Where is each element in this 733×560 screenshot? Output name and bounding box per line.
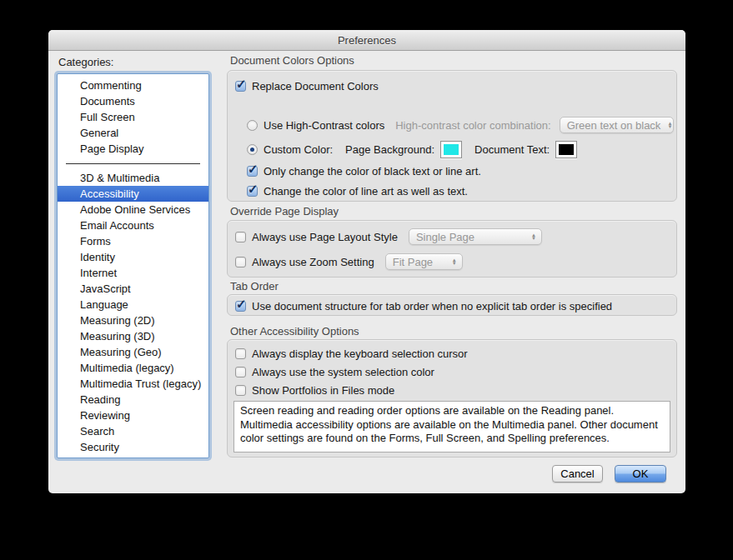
system-selection-checkbox[interactable]: [235, 367, 246, 378]
sidebar-item-search[interactable]: Search: [58, 423, 208, 439]
line-art-checkbox[interactable]: ✓: [247, 186, 258, 197]
combo-label: High-contrast color combination:: [395, 119, 550, 132]
sidebar-item-full-screen[interactable]: Full Screen: [58, 109, 208, 125]
sidebar-item-measuring-geo[interactable]: Measuring (Geo): [58, 344, 208, 360]
override-groupbox: Always use Page Layout Style Single Page…: [227, 220, 677, 278]
custom-color-radio[interactable]: [247, 144, 258, 155]
zoom-setting-dropdown[interactable]: Fit Page ▲▼: [385, 253, 463, 270]
ok-button[interactable]: OK: [615, 465, 666, 482]
page-layout-row: Always use Page Layout Style Single Page…: [235, 228, 542, 245]
document-text-label: Document Text:: [474, 143, 550, 156]
window-title: Preferences: [338, 34, 396, 47]
portfolios-row: Show Portfolios in Files mode: [235, 384, 394, 397]
system-selection-row: Always use the system selection color: [235, 366, 434, 378]
page-layout-label: Always use Page Layout Style: [252, 231, 398, 243]
check-icon: ✓: [236, 297, 247, 312]
zoom-setting-label: Always use Zoom Setting: [252, 256, 374, 268]
doc-colors-groupbox: ✓ Replace Document Colors Use High-Contr…: [227, 70, 677, 202]
sidebar-item-internet[interactable]: Internet: [58, 265, 208, 281]
check-icon: ✓: [248, 182, 259, 197]
only-black-label: Only change the color of black text or l…: [264, 165, 481, 178]
portfolios-label: Show Portfolios in Files mode: [252, 384, 394, 397]
ok-button-label: OK: [633, 468, 649, 480]
black-swatch: [559, 144, 574, 155]
sidebar-item-3d-multimedia[interactable]: 3D & Multimedia: [58, 170, 208, 186]
sidebar-item-measuring-2d[interactable]: Measuring (2D): [58, 312, 208, 328]
line-art-label: Change the color of line art as well as …: [264, 185, 468, 198]
custom-color-row: Custom Color: Page Background: Document …: [247, 141, 577, 158]
tab-order-checkbox[interactable]: ✓: [235, 301, 246, 312]
tab-order-label: Use document structure for tab order whe…: [252, 300, 612, 312]
high-contrast-radio[interactable]: [247, 120, 258, 131]
page-layout-dropdown[interactable]: Single Page ▲▼: [409, 228, 542, 245]
only-black-row: ✓ Only change the color of black text or…: [247, 165, 481, 178]
replace-doc-colors-label: Replace Document Colors: [252, 80, 379, 92]
replace-doc-colors-row: ✓ Replace Document Colors: [235, 80, 379, 92]
cancel-button-label: Cancel: [560, 468, 594, 480]
sidebar-item-accessibility[interactable]: Accessibility: [58, 186, 208, 202]
categories-list[interactable]: Commenting Documents Full Screen General…: [57, 73, 209, 458]
only-black-checkbox[interactable]: ✓: [247, 166, 258, 177]
tab-order-row: ✓ Use document structure for tab order w…: [235, 300, 612, 312]
page-background-label: Page Background:: [345, 143, 434, 156]
keyboard-cursor-checkbox[interactable]: [235, 348, 246, 359]
cancel-button[interactable]: Cancel: [552, 465, 603, 482]
check-icon: ✓: [248, 162, 259, 177]
other-options-heading: Other Accessibility Options: [230, 325, 359, 338]
sidebar-item-multimedia-trust-legacy[interactable]: Multimedia Trust (legacy): [58, 376, 208, 392]
sidebar-item-general[interactable]: General: [58, 125, 208, 141]
page-background-colorwell[interactable]: [440, 141, 462, 158]
doc-colors-heading: Document Colors Options: [230, 54, 354, 67]
sidebar-item-security-enhanced[interactable]: Security (Enhanced): [58, 455, 208, 458]
sidebar-item-email-accounts[interactable]: Email Accounts: [58, 218, 208, 233]
combo-value: Green text on black: [567, 119, 661, 132]
replace-doc-colors-checkbox[interactable]: ✓: [235, 81, 246, 92]
sidebar-item-commenting[interactable]: Commenting: [58, 78, 208, 93]
dialog-content: Categories: Commenting Documents Full Sc…: [48, 51, 685, 493]
keyboard-cursor-row: Always display the keyboard selection cu…: [235, 348, 468, 360]
categories-label: Categories:: [58, 56, 113, 68]
sidebar-item-security[interactable]: Security: [58, 439, 208, 455]
sidebar-item-multimedia-legacy[interactable]: Multimedia (legacy): [58, 360, 208, 376]
categories-divider: [66, 163, 200, 164]
line-art-row: ✓ Change the color of line art as well a…: [247, 185, 468, 198]
system-selection-label: Always use the system selection color: [252, 366, 434, 378]
stepper-arrows-icon: ▲▼: [531, 233, 536, 241]
high-contrast-combo-dropdown[interactable]: Green text on black ▲▼: [560, 117, 674, 133]
sidebar-item-identity[interactable]: Identity: [58, 249, 208, 265]
override-heading: Override Page Display: [230, 205, 339, 218]
keyboard-cursor-label: Always display the keyboard selection cu…: [252, 348, 468, 360]
tab-order-heading: Tab Order: [230, 280, 279, 292]
high-contrast-row: Use High-Contrast colors High-contrast c…: [247, 117, 674, 133]
tab-order-groupbox: ✓ Use document structure for tab order w…: [227, 294, 677, 316]
page-layout-value: Single Page: [416, 231, 474, 243]
zoom-setting-value: Fit Page: [393, 256, 433, 268]
zoom-setting-checkbox[interactable]: [235, 257, 246, 268]
sidebar-item-page-display[interactable]: Page Display: [58, 141, 208, 157]
title-bar[interactable]: Preferences: [48, 30, 685, 51]
radio-dot-icon: [250, 148, 254, 152]
custom-color-label: Custom Color:: [264, 143, 333, 156]
sidebar-item-reviewing[interactable]: Reviewing: [58, 408, 208, 423]
zoom-setting-row: Always use Zoom Setting Fit Page ▲▼: [235, 253, 463, 270]
sidebar-item-language[interactable]: Language: [58, 297, 208, 312]
document-text-colorwell[interactable]: [555, 141, 577, 158]
high-contrast-label: Use High-Contrast colors: [264, 119, 384, 132]
sidebar-item-javascript[interactable]: JavaScript: [58, 281, 208, 297]
stepper-arrows-icon: ▲▼: [452, 258, 457, 266]
preferences-dialog: Preferences Categories: Commenting Docum…: [48, 30, 685, 493]
sidebar-item-forms[interactable]: Forms: [58, 233, 208, 249]
other-options-groupbox: Always display the keyboard selection cu…: [227, 339, 677, 458]
cyan-swatch: [444, 144, 459, 155]
portfolios-checkbox[interactable]: [235, 385, 246, 396]
sidebar-item-documents[interactable]: Documents: [58, 93, 208, 109]
stepper-arrows-icon: ▲▼: [667, 122, 672, 129]
sidebar-item-measuring-3d[interactable]: Measuring (3D): [58, 328, 208, 344]
check-icon: ✓: [236, 77, 247, 92]
sidebar-item-reading[interactable]: Reading: [58, 392, 208, 408]
accessibility-note: Screen reading and reading order options…: [233, 401, 670, 452]
page-layout-checkbox[interactable]: [235, 232, 246, 242]
sidebar-item-adobe-online-services[interactable]: Adobe Online Services: [58, 202, 208, 218]
